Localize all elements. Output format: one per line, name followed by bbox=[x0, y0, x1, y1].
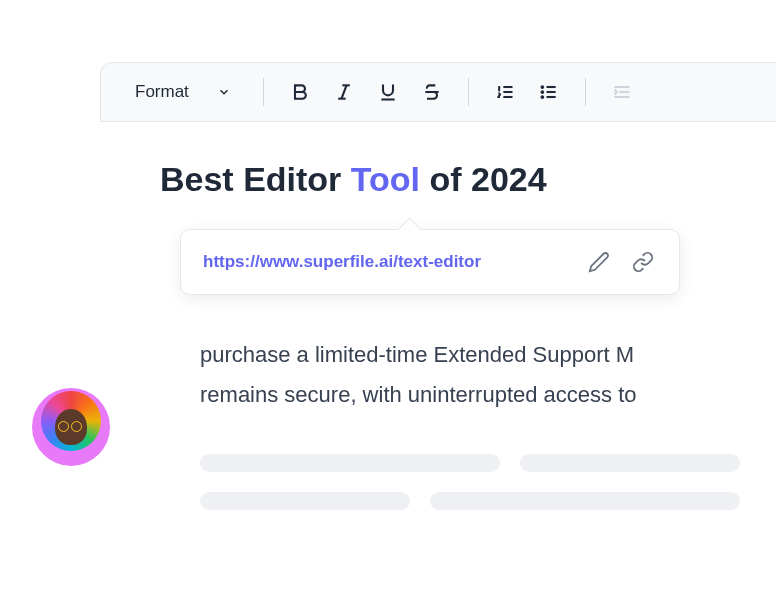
toolbar-divider bbox=[585, 78, 586, 106]
underline-button[interactable] bbox=[370, 74, 406, 110]
skeleton-placeholder-row bbox=[200, 492, 776, 510]
pencil-icon bbox=[588, 251, 610, 273]
italic-button[interactable] bbox=[326, 74, 362, 110]
heading-text-before: Best Editor bbox=[160, 160, 351, 198]
body-paragraph[interactable]: purchase a limited-time Extended Support… bbox=[200, 335, 776, 414]
open-link-button[interactable] bbox=[629, 248, 657, 276]
avatar-image bbox=[41, 397, 101, 457]
skeleton-bar bbox=[200, 454, 500, 472]
skeleton-placeholder-row bbox=[200, 454, 776, 472]
body-line-2: remains secure, with uninterrupted acces… bbox=[200, 382, 637, 407]
skeleton-bar bbox=[200, 492, 410, 510]
ordered-list-icon bbox=[495, 82, 515, 102]
skeleton-bar bbox=[520, 454, 740, 472]
svg-point-12 bbox=[541, 91, 543, 93]
svg-point-13 bbox=[541, 96, 543, 98]
skeleton-bar bbox=[430, 492, 740, 510]
format-label: Format bbox=[135, 82, 189, 102]
svg-point-11 bbox=[541, 86, 543, 88]
toolbar-divider bbox=[263, 78, 264, 106]
strikethrough-button[interactable] bbox=[414, 74, 450, 110]
user-avatar[interactable] bbox=[32, 388, 110, 466]
ordered-list-button[interactable] bbox=[487, 74, 523, 110]
indent-icon bbox=[612, 82, 632, 102]
document-heading[interactable]: Best Editor Tool of 2024 bbox=[160, 160, 776, 199]
underline-icon bbox=[378, 82, 398, 102]
chevron-down-icon bbox=[217, 85, 231, 99]
strikethrough-icon bbox=[422, 82, 442, 102]
toolbar-divider bbox=[468, 78, 469, 106]
link-url-display[interactable]: https://www.superfile.ai/text-editor bbox=[203, 252, 569, 272]
link-popover: https://www.superfile.ai/text-editor bbox=[180, 229, 680, 295]
heading-text-after: of 2024 bbox=[420, 160, 547, 198]
format-dropdown[interactable]: Format bbox=[121, 74, 245, 110]
unordered-list-icon bbox=[539, 82, 559, 102]
heading-linked-text[interactable]: Tool bbox=[351, 160, 420, 198]
indent-button[interactable] bbox=[604, 74, 640, 110]
bold-icon bbox=[290, 82, 310, 102]
italic-icon bbox=[334, 82, 354, 102]
editor-content[interactable]: Best Editor Tool of 2024 https://www.sup… bbox=[160, 160, 776, 510]
link-icon bbox=[632, 251, 654, 273]
body-line-1: purchase a limited-time Extended Support… bbox=[200, 342, 634, 367]
bold-button[interactable] bbox=[282, 74, 318, 110]
svg-line-2 bbox=[341, 85, 346, 98]
edit-link-button[interactable] bbox=[585, 248, 613, 276]
editor-toolbar: Format bbox=[100, 62, 776, 122]
unordered-list-button[interactable] bbox=[531, 74, 567, 110]
